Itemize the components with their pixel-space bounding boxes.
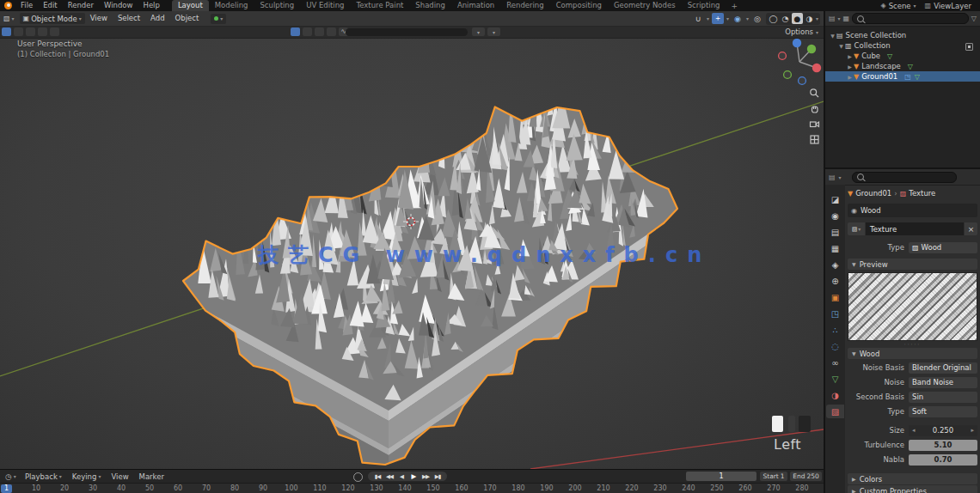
properties-search-input[interactable] xyxy=(867,173,952,182)
properties-tab-render[interactable]: ◉ xyxy=(826,209,844,222)
snap-magnet-icon[interactable]: ∪ xyxy=(692,13,704,24)
viewport-menu-select[interactable]: Select xyxy=(113,11,145,26)
expander-icon[interactable]: ▼ xyxy=(829,33,836,39)
viewport-menu-add[interactable]: Add xyxy=(145,11,169,26)
resize-handle[interactable]: ····· xyxy=(848,342,977,347)
menu-edit[interactable]: Edit xyxy=(38,0,62,11)
frame-end-field[interactable]: End 250 xyxy=(790,472,822,481)
breadcrumb-object[interactable]: Ground01 xyxy=(855,189,891,198)
play-button[interactable]: ▶ xyxy=(408,472,419,480)
tool-move-icon[interactable] xyxy=(26,27,35,36)
select-mode-set-icon[interactable] xyxy=(291,27,300,36)
tool-cursor-icon[interactable] xyxy=(14,27,23,36)
blender-logo-icon[interactable] xyxy=(4,2,12,9)
viewport-menu-view[interactable]: View xyxy=(85,11,113,26)
options-dropdown[interactable]: Options ▾ xyxy=(785,27,818,36)
filter-funnel-icon[interactable]: ▽ xyxy=(971,15,977,22)
transform-orientation-dropdown[interactable]: ▾ xyxy=(211,14,226,24)
properties-tab-particles[interactable]: ∴ xyxy=(826,323,844,337)
field-value-turbulence[interactable]: 5.10 xyxy=(909,440,977,451)
menu-file[interactable]: File xyxy=(15,0,38,11)
display-mode-icon[interactable]: ▦ xyxy=(843,15,850,22)
properties-tab-tool[interactable]: ◪ xyxy=(826,192,844,206)
timeline-menu-playback[interactable]: Playback▾ xyxy=(21,472,66,481)
outliner-search-input[interactable] xyxy=(867,14,964,23)
rendered-shading-icon[interactable]: ◑ xyxy=(804,13,815,24)
select-mode-subtract-icon[interactable] xyxy=(315,27,324,36)
workspace-tab-texture-paint[interactable]: Texture Paint xyxy=(351,0,410,11)
properties-tab-texture[interactable]: ▨ xyxy=(826,405,844,418)
workspace-tab-animation[interactable]: Animation xyxy=(451,0,500,11)
expander-icon[interactable]: ▶ xyxy=(846,64,854,70)
properties-tab-physics[interactable]: ◌ xyxy=(826,339,844,353)
outliner-row-scene-collection[interactable]: ▼▤Scene Collection xyxy=(825,30,980,40)
properties-editor-icon[interactable]: ▤ xyxy=(829,173,836,181)
workspace-tab-scripting[interactable]: Scripting xyxy=(682,0,726,11)
expander-icon[interactable]: ▶ xyxy=(846,74,854,80)
field-value-nabla[interactable]: 0.70 xyxy=(909,454,977,466)
timeline-menu-keying[interactable]: Keying▾ xyxy=(68,472,106,481)
workspace-tab-shading[interactable]: Shading xyxy=(409,0,451,11)
overlays-icon[interactable]: ◎ xyxy=(751,13,763,24)
wood-section-header[interactable]: ▼ Wood xyxy=(848,348,977,359)
collapsed-section-custom-properties[interactable]: ▶Custom Properties xyxy=(848,485,977,493)
workspace-tab-compositing[interactable]: Compositing xyxy=(550,0,608,11)
gizmo-icon[interactable]: ◉ xyxy=(732,13,744,24)
stepper-left-icon[interactable]: ◂ xyxy=(912,427,916,434)
next-keyframe-button[interactable]: ▶▶ xyxy=(420,473,431,480)
view-layer-selector[interactable]: ▥ ViewLayer xyxy=(925,2,971,10)
field-value-type[interactable]: Soft xyxy=(909,406,977,417)
expander-icon[interactable]: ▶ xyxy=(846,53,854,59)
scene-selector[interactable]: ◈ Scene ▾ xyxy=(880,2,916,10)
field-value-size[interactable]: ◂0.250▸ xyxy=(909,425,977,436)
outliner-search[interactable] xyxy=(852,13,969,24)
collapsed-section-colors[interactable]: ▶Colors xyxy=(848,473,977,484)
tool-options-field[interactable] xyxy=(346,28,468,36)
material-shading-icon[interactable]: ● xyxy=(792,13,803,24)
jump-start-button[interactable]: ▮◀ xyxy=(372,473,383,480)
timeline-editor-button[interactable]: ◷ ▾ xyxy=(3,472,19,481)
workspace-tab-rendering[interactable]: Rendering xyxy=(500,0,549,11)
mesh-data-icon[interactable]: ▽ xyxy=(908,63,913,70)
zoom-tool-button[interactable] xyxy=(807,86,822,100)
prev-keyframe-button[interactable]: ◀◀ xyxy=(384,473,395,480)
auto-keying-button[interactable] xyxy=(353,472,363,482)
workspace-tab-modeling[interactable]: Modeling xyxy=(209,0,254,11)
field-value-second-basis[interactable]: Sin xyxy=(909,392,977,403)
properties-tab-constraints[interactable]: ∞ xyxy=(826,356,844,369)
pan-tool-button[interactable] xyxy=(807,101,822,116)
workspace-tab-sculpting[interactable]: Sculpting xyxy=(254,0,300,11)
ortho-toggle-button[interactable] xyxy=(807,132,822,147)
texture-slot-row[interactable]: ◉ Wood xyxy=(848,204,977,217)
proportional-edit-icon[interactable]: ＋ xyxy=(712,13,724,24)
modifier-icon[interactable]: ◳ xyxy=(904,73,911,81)
viewport-menu-object[interactable]: Object xyxy=(170,11,205,26)
browse-texture-button[interactable]: ▨ ▾ xyxy=(848,222,865,235)
mesh-data-icon[interactable]: ▽ xyxy=(915,73,920,81)
timeline-ruler[interactable]: 1 10203040506070809010011012013014015016… xyxy=(0,484,824,493)
properties-search[interactable] xyxy=(852,172,957,183)
properties-tab-modifiers[interactable]: ◳ xyxy=(826,307,844,320)
frame-start-field[interactable]: Start 1 xyxy=(760,472,787,481)
camera-view-button[interactable] xyxy=(807,117,822,131)
stepper-right-icon[interactable]: ▸ xyxy=(971,427,974,434)
timeline-menu-marker[interactable]: Marker xyxy=(135,472,168,481)
jump-end-button[interactable]: ▶▮ xyxy=(432,473,443,480)
properties-tab-output[interactable]: ▤ xyxy=(826,225,844,239)
properties-tab-view-layer[interactable]: ▦ xyxy=(826,241,844,255)
workspace-tab-layout[interactable]: Layout xyxy=(172,0,209,11)
select-mode-invert-icon[interactable] xyxy=(327,27,336,36)
tool-rotate-icon[interactable] xyxy=(38,27,47,36)
outliner-row-landscape[interactable]: ▶▼Landscape▽ xyxy=(825,61,980,71)
preview-section-header[interactable]: ▼ Preview xyxy=(848,259,977,270)
tool-widget-2[interactable]: ▾ xyxy=(487,27,500,36)
editor-type-button[interactable]: ▧ ▾ xyxy=(0,13,18,24)
solid-shading-icon[interactable]: ◔ xyxy=(780,13,791,24)
active-tool-select-box-icon[interactable] xyxy=(2,27,11,36)
tool-widget-1[interactable]: ▾ xyxy=(472,27,485,36)
select-mode-extend-icon[interactable] xyxy=(303,27,312,36)
timeline-menu-view[interactable]: View xyxy=(107,472,132,481)
expander-icon[interactable]: ▼ xyxy=(837,43,845,49)
viewport-3d[interactable]: User Perspective (1) Collection | Ground… xyxy=(0,11,824,469)
outliner-row-collection[interactable]: ▼▥Collection xyxy=(825,40,980,51)
